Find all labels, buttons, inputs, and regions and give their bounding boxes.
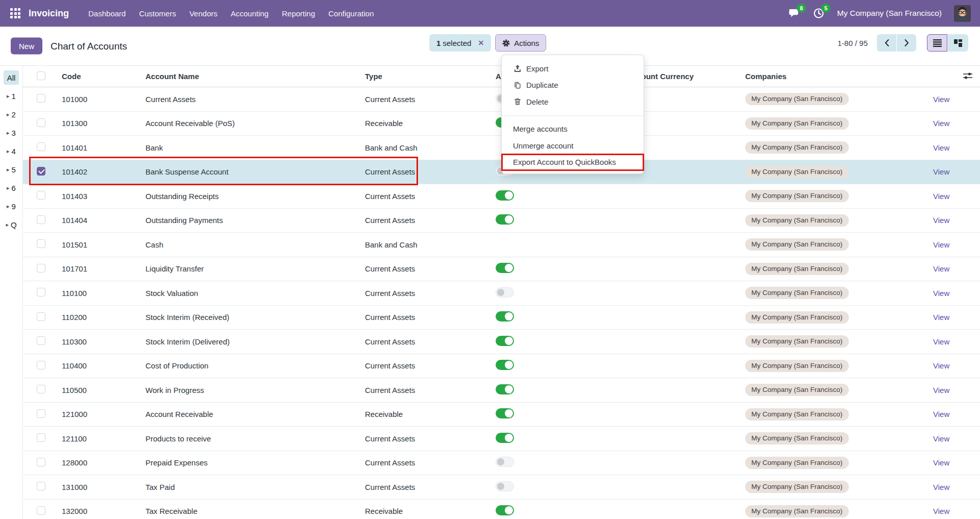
header-type[interactable]: Type xyxy=(365,72,496,81)
view-button[interactable]: View xyxy=(933,264,949,273)
view-button[interactable]: View xyxy=(933,167,949,176)
sidebar-group-1[interactable]: 1 xyxy=(3,89,19,103)
user-avatar[interactable] xyxy=(954,5,971,22)
view-button[interactable]: View xyxy=(933,410,949,418)
table-row[interactable]: 132000 Tax Receivable Receivable My Comp… xyxy=(23,500,980,519)
view-button[interactable]: View xyxy=(933,240,949,249)
row-checkbox[interactable] xyxy=(37,482,45,490)
row-checkbox[interactable] xyxy=(37,239,45,248)
apps-grid-icon[interactable] xyxy=(10,8,20,18)
menu-item-unmerge-account[interactable]: Unmerge account xyxy=(502,137,644,154)
row-checkbox[interactable] xyxy=(37,312,45,321)
list-view-button[interactable] xyxy=(927,34,947,52)
activities-icon[interactable]: 5 xyxy=(813,7,825,19)
menu-item-duplicate[interactable]: Duplicate xyxy=(502,77,644,94)
view-button[interactable]: View xyxy=(933,192,949,201)
nav-menu-accounting[interactable]: Accounting xyxy=(231,9,268,18)
row-checkbox[interactable] xyxy=(37,433,45,442)
header-account-name[interactable]: Account Name xyxy=(145,72,365,81)
sidebar-group-9[interactable]: 9 xyxy=(3,199,19,213)
table-row[interactable]: 110500 Work in Progress Current Assets M… xyxy=(23,378,980,403)
view-button[interactable]: View xyxy=(933,119,949,128)
menu-item-merge-accounts[interactable]: Merge accounts xyxy=(502,121,644,138)
sidebar-group-all[interactable]: All xyxy=(4,70,19,85)
allow-reconciliation-toggle[interactable] xyxy=(496,336,514,346)
sidebar-group-2[interactable]: 2 xyxy=(3,107,19,121)
sidebar-group-4[interactable]: 4 xyxy=(3,144,19,158)
row-checkbox[interactable] xyxy=(37,506,45,515)
allow-reconciliation-toggle[interactable] xyxy=(496,384,514,394)
allow-reconciliation-toggle[interactable] xyxy=(496,214,514,225)
sidebar-group-3[interactable]: 3 xyxy=(3,126,19,140)
row-checkbox[interactable] xyxy=(37,142,45,151)
view-button[interactable]: View xyxy=(933,143,949,152)
company-switcher[interactable]: My Company (San Francisco) xyxy=(837,9,942,18)
view-button[interactable]: View xyxy=(933,361,949,370)
table-row[interactable]: 121000 Account Receivable Receivable My … xyxy=(23,403,980,427)
allow-reconciliation-toggle[interactable] xyxy=(496,481,514,491)
header-code[interactable]: Code xyxy=(62,72,145,81)
row-checkbox[interactable] xyxy=(37,167,45,176)
pager-previous-button[interactable] xyxy=(877,34,896,52)
table-row[interactable]: 131000 Tax Paid Current Assets My Compan… xyxy=(23,475,980,500)
allow-reconciliation-toggle[interactable] xyxy=(496,433,514,443)
row-checkbox[interactable] xyxy=(37,191,45,200)
view-button[interactable]: View xyxy=(933,289,949,298)
view-button[interactable]: View xyxy=(933,483,949,491)
new-button[interactable]: New xyxy=(11,38,42,55)
pager-range[interactable]: 1-80 / 95 xyxy=(838,39,868,47)
allow-reconciliation-toggle[interactable] xyxy=(496,505,514,515)
messages-icon[interactable]: 8 xyxy=(788,7,800,19)
allow-reconciliation-toggle[interactable] xyxy=(496,263,514,273)
allow-reconciliation-toggle[interactable] xyxy=(496,190,514,201)
table-row[interactable]: 101403 Outstanding Receipts Current Asse… xyxy=(23,184,980,209)
view-button[interactable]: View xyxy=(933,434,949,443)
sidebar-group-q[interactable]: Q xyxy=(2,217,20,232)
nav-menu-reporting[interactable]: Reporting xyxy=(282,9,315,18)
nav-menu-customers[interactable]: Customers xyxy=(139,9,176,18)
nav-menu-vendors[interactable]: Vendors xyxy=(189,9,217,18)
row-checkbox[interactable] xyxy=(37,336,45,345)
table-row[interactable]: 110300 Stock Interim (Delivered) Current… xyxy=(23,330,980,354)
table-row[interactable]: 101501 Cash Bank and Cash My Company (Sa… xyxy=(23,233,980,257)
view-button[interactable]: View xyxy=(933,95,949,104)
view-button[interactable]: View xyxy=(933,458,949,467)
optional-columns-icon[interactable] xyxy=(963,71,973,82)
allow-reconciliation-toggle[interactable] xyxy=(496,360,514,370)
view-button[interactable]: View xyxy=(933,507,949,515)
table-row[interactable]: 121100 Products to receive Current Asset… xyxy=(23,427,980,451)
table-row[interactable]: 110400 Cost of Production Current Assets… xyxy=(23,354,980,379)
allow-reconciliation-toggle[interactable] xyxy=(496,457,514,467)
actions-button[interactable]: Actions xyxy=(495,34,546,52)
allow-reconciliation-toggle[interactable] xyxy=(496,311,514,322)
table-row[interactable]: 110100 Stock Valuation Current Assets My… xyxy=(23,281,980,306)
row-checkbox[interactable] xyxy=(37,215,45,224)
row-checkbox[interactable] xyxy=(37,458,45,466)
table-row[interactable]: 101404 Outstanding Payments Current Asse… xyxy=(23,209,980,233)
select-all-checkbox[interactable] xyxy=(37,71,45,80)
pager-next-button[interactable] xyxy=(897,34,916,52)
row-checkbox[interactable] xyxy=(37,385,45,393)
app-name[interactable]: Invoicing xyxy=(29,8,69,19)
view-button[interactable]: View xyxy=(933,313,949,322)
row-checkbox[interactable] xyxy=(37,288,45,296)
row-checkbox[interactable] xyxy=(37,94,45,103)
allow-reconciliation-toggle[interactable] xyxy=(496,408,514,418)
unselect-all-icon[interactable] xyxy=(478,39,484,47)
nav-menu-configuration[interactable]: Configuration xyxy=(328,9,374,18)
nav-menu-dashboard[interactable]: Dashboard xyxy=(88,9,126,18)
row-checkbox[interactable] xyxy=(37,409,45,418)
table-row[interactable]: 101701 Liquidity Transfer Current Assets… xyxy=(23,257,980,282)
row-checkbox[interactable] xyxy=(37,264,45,273)
allow-reconciliation-toggle[interactable] xyxy=(496,287,514,298)
table-row[interactable]: 128000 Prepaid Expenses Current Assets M… xyxy=(23,451,980,476)
kanban-view-button[interactable] xyxy=(948,34,968,52)
menu-item-export-account-to-quickbooks[interactable]: Export Account to QuickBooks xyxy=(502,154,644,171)
menu-item-delete[interactable]: Delete xyxy=(502,93,644,110)
row-checkbox[interactable] xyxy=(37,361,45,369)
menu-item-export[interactable]: Export xyxy=(502,60,644,77)
view-button[interactable]: View xyxy=(933,216,949,225)
sidebar-group-6[interactable]: 6 xyxy=(3,181,19,195)
sidebar-group-5[interactable]: 5 xyxy=(3,162,19,177)
view-button[interactable]: View xyxy=(933,337,949,346)
